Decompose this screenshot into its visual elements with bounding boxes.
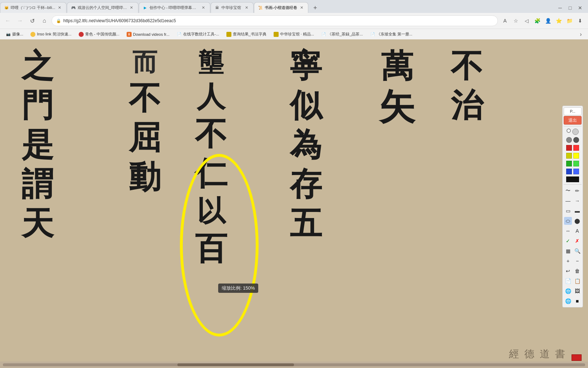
delete-icon[interactable]: 🗑: [573, 267, 581, 275]
tab-creator[interactable]: ▶ 创作中心 - 哔哩哔哩弹幕视频网... ✕: [139, 2, 210, 13]
url-text: https://g2.ltfc.net/view/SUHA/6096732d36…: [63, 18, 176, 23]
main-content: 之 門 是 謂 天 而 不 屈 動 壟 人 不 仁 以 百 寧 似 為 存 五: [0, 39, 588, 368]
filled-rect-icon[interactable]: ▬: [573, 207, 581, 215]
char-col-3: 壟 人 不 仁 以 百: [195, 39, 227, 265]
pen-icon[interactable]: ✏: [573, 187, 581, 195]
plus-icon[interactable]: +: [564, 257, 572, 265]
bookmark-wordcount[interactable]: 📄 在线字数统计工具-...: [174, 30, 222, 39]
brush-size-small[interactable]: [567, 129, 571, 133]
rect-icon[interactable]: ▭: [564, 207, 572, 215]
char-men: 門: [21, 89, 54, 122]
new-page-icon[interactable]: 📄: [564, 277, 572, 285]
zoom-text: 缩放比例: 150%: [222, 285, 255, 291]
black-color-row: [565, 176, 580, 183]
cancel-icon[interactable]: ✗: [573, 237, 581, 245]
bottom-watermark: 經 德 道 書: [509, 347, 567, 361]
bidirectional-arrow-icon[interactable]: ↔: [564, 227, 572, 235]
home-button[interactable]: ⌂: [39, 16, 49, 26]
draw-tool-row11: 🌐 🖼: [563, 286, 583, 296]
char-shi: 矢: [379, 89, 415, 125]
favorites-icon[interactable]: ⭐: [554, 16, 564, 26]
scroll-track[interactable]: [3, 363, 585, 366]
red-color-row: [565, 144, 580, 151]
freehand-draw-icon[interactable]: 〜: [564, 187, 572, 195]
bookmark-inso[interactable]: Inso link 简洁快速...: [28, 30, 74, 39]
font-size-icon[interactable]: A: [500, 16, 510, 26]
brush-size-large[interactable]: [572, 129, 579, 135]
text-icon[interactable]: A: [573, 227, 581, 235]
filled-ellipse-icon[interactable]: ⬤: [573, 217, 581, 225]
yellow-color-row: [565, 152, 580, 159]
grid-icon[interactable]: ▦: [564, 247, 572, 255]
color-dark-gray[interactable]: [573, 137, 579, 143]
color-gray[interactable]: [566, 137, 572, 143]
color-green-dark[interactable]: [566, 161, 572, 166]
minimize-button[interactable]: ─: [555, 3, 565, 13]
more-bookmarks-button[interactable]: ›: [577, 30, 585, 39]
web-icon[interactable]: 🌐: [564, 287, 572, 295]
profile-icon[interactable]: 👤: [543, 16, 553, 26]
tab-bilibili[interactable]: 🐱 哔哩（'-' )つロ 干杯--bili... ✕: [0, 2, 67, 13]
color-red[interactable]: [573, 145, 579, 151]
tab-close-shuhua[interactable]: ✕: [299, 5, 304, 11]
bookmark-star-icon[interactable]: ☆: [511, 16, 521, 26]
bookmark-chajing[interactable]: 📄 《茶经_茶録_品茶...: [318, 30, 366, 39]
zoom-in-search-icon[interactable]: 🔍: [573, 247, 581, 255]
color-blue-dark[interactable]: [566, 169, 572, 174]
char-shi: 是: [21, 129, 54, 161]
exit-drawing-button[interactable]: 退出: [564, 116, 582, 125]
drawing-text-input[interactable]: P...: [564, 107, 582, 115]
browser-back-icon[interactable]: ◁: [521, 16, 531, 26]
tab-xiyou[interactable]: 🎮 戏游云的个人空间_哔哩哔哩_bi... ✕: [67, 2, 138, 13]
char-cun: 存: [290, 168, 322, 200]
arrow-icon[interactable]: →: [573, 197, 581, 205]
red-stamp-box: [572, 354, 582, 361]
tab-shuhua[interactable]: 📜 书画-小楷道德经卷 ✕: [254, 2, 309, 13]
back-button[interactable]: ←: [3, 16, 13, 26]
bookmark-zhonghua2[interactable]: 中华珍宝馆 · 精品...: [271, 30, 317, 39]
scroll-thumb[interactable]: [177, 363, 294, 366]
copy-icon[interactable]: 📋: [573, 277, 581, 285]
char-tian: 天: [21, 208, 54, 240]
bookmark-qingse[interactable]: 青色 - 中国传统颜...: [76, 30, 122, 39]
maximize-button[interactable]: □: [565, 3, 575, 13]
tab-close-bilibili[interactable]: ✕: [57, 5, 63, 11]
new-tab-button[interactable]: +: [310, 3, 320, 13]
window-controls: ─ □ ✕: [555, 3, 588, 13]
color-yellow-dark[interactable]: [566, 153, 572, 159]
download-icon[interactable]: ⬇: [575, 16, 585, 26]
collections-icon[interactable]: 📁: [564, 16, 574, 26]
forward-button[interactable]: →: [15, 16, 25, 26]
extensions-icon[interactable]: 🧩: [532, 16, 542, 26]
tab-zhonghua[interactable]: 🏛 中华珍宝馆 ✕: [211, 2, 254, 13]
color-blue[interactable]: [573, 169, 579, 174]
horizontal-scrollbar[interactable]: [0, 362, 588, 368]
image-icon[interactable]: 🖼: [573, 287, 581, 295]
tab-close-xiyou[interactable]: ✕: [129, 5, 134, 11]
color-green[interactable]: [573, 161, 579, 166]
line-icon[interactable]: —: [564, 197, 572, 205]
black-square-icon[interactable]: ■: [573, 297, 581, 305]
tab-close-zhonghua[interactable]: ✕: [244, 5, 250, 11]
web2-icon[interactable]: 🌐: [564, 297, 572, 305]
draw-tool-row9: ↩ 🗑: [563, 266, 583, 276]
bookmark-dongpo[interactable]: 📄 《东坡全集 第一册...: [367, 30, 415, 39]
dt-divider-1: [564, 126, 582, 126]
confirm-icon[interactable]: ✓: [564, 237, 572, 245]
download-favicon: ⬇: [127, 32, 132, 37]
ellipse-icon[interactable]: ⬭: [564, 217, 572, 225]
close-window-button[interactable]: ✕: [575, 3, 585, 13]
color-black[interactable]: [566, 176, 579, 182]
color-yellow[interactable]: [573, 153, 579, 159]
brush-size-row: [565, 128, 580, 136]
refresh-button[interactable]: ↺: [27, 16, 37, 26]
bookmark-shufa[interactable]: 查询结果_书法字典: [224, 30, 269, 39]
bookmark-camera[interactable]: 📷 摄像...: [3, 30, 26, 39]
url-bar[interactable]: 🔒 https://g2.ltfc.net/view/SUHA/6096732d…: [52, 15, 498, 26]
color-red-dark[interactable]: [566, 145, 572, 151]
bookmark-download[interactable]: ⬇ Download videos fr...: [124, 30, 172, 39]
tab-close-creator[interactable]: ✕: [201, 5, 206, 11]
char-bu3: 不: [451, 50, 483, 82]
undo-icon[interactable]: ↩: [564, 267, 572, 275]
minus-icon[interactable]: −: [573, 257, 581, 265]
